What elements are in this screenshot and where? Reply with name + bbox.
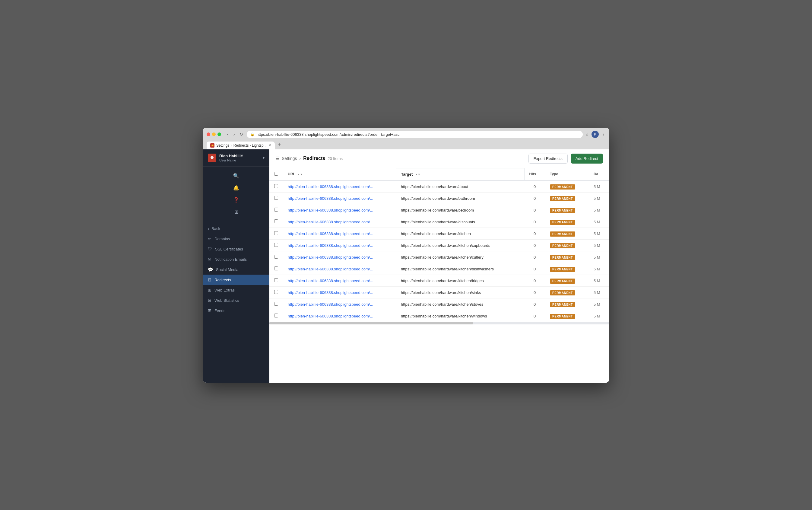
back-nav-button[interactable]: ‹ [226, 131, 230, 137]
row-checkbox-3[interactable] [274, 219, 278, 223]
select-all-checkbox[interactable] [274, 172, 278, 176]
url-cell: http://bien-habillie-606338.shoplightspe… [283, 299, 396, 310]
row-checkbox-1[interactable] [274, 196, 278, 200]
ssl-icon: 🛡 [208, 247, 212, 251]
browser-menu-icon[interactable]: ⋮ [601, 132, 605, 137]
url-column-header[interactable]: URL ▲▼ [283, 168, 396, 180]
feeds-icon: ⊞ [208, 308, 211, 313]
web-statistics-icon: ⊟ [208, 298, 211, 303]
url-sort-icon: ▲▼ [297, 173, 303, 176]
date-cell: 5 M [589, 263, 609, 275]
type-cell: PERMANENT [545, 299, 589, 310]
back-arrow-icon: ‹ [208, 227, 209, 231]
table-row[interactable]: http://bien-habillie-606338.shoplightspe… [269, 204, 609, 216]
reload-nav-button[interactable]: ↻ [238, 131, 244, 137]
address-bar[interactable]: 🔒 https://bien-habillie-606338.shoplight… [247, 131, 583, 138]
breadcrumb: ☰ Settings › Redirects 20 Items [275, 156, 343, 161]
type-cell: PERMANENT [545, 310, 589, 322]
url-cell: http://bien-habillie-606338.shoplightspe… [283, 263, 396, 275]
forward-nav-button[interactable]: › [232, 131, 236, 137]
sidebar-header: Bien Habillié User Name ▾ [203, 149, 269, 167]
row-checkbox-cell [269, 228, 283, 239]
row-checkbox-cell [269, 310, 283, 322]
new-tab-button[interactable]: + [275, 141, 283, 149]
type-cell: PERMANENT [545, 287, 589, 299]
row-checkbox-5[interactable] [274, 243, 278, 247]
row-checkbox-4[interactable] [274, 231, 278, 235]
table-row[interactable]: http://bien-habillie-606338.shoplightspe… [269, 263, 609, 275]
type-cell: PERMANENT [545, 239, 589, 251]
help-icon-btn[interactable]: ❓ [231, 194, 242, 205]
horizontal-scrollbar[interactable] [269, 322, 609, 324]
back-nav-item[interactable]: ‹ Back [203, 224, 269, 233]
date-cell: 5 M [589, 216, 609, 228]
web-extras-label: Web Extras [214, 288, 235, 292]
target-cell: https://bienhabille.com/hardware/discoun… [396, 216, 524, 228]
sidebar-item-feeds[interactable]: ⊞ Feeds [203, 305, 269, 316]
table-row[interactable]: http://bien-habillie-606338.shoplightspe… [269, 299, 609, 310]
type-badge: PERMANENT [550, 314, 575, 319]
domains-icon: ✏ [208, 236, 211, 241]
target-column-header[interactable]: Target ▲▼ [396, 168, 524, 180]
sidebar-item-notification-emails[interactable]: ✉ Notification Emails [203, 254, 269, 264]
table-row[interactable]: http://bien-habillie-606338.shoplightspe… [269, 193, 609, 204]
type-cell: PERMANENT [545, 228, 589, 239]
search-icon-btn[interactable]: 🔍 [231, 170, 242, 181]
redirects-table-container[interactable]: URL ▲▼ Target ▲▼ Hits Type [269, 168, 609, 382]
browser-window: ‹ › ↻ 🔒 https://bien-habillie-606338.sho… [203, 128, 609, 382]
hits-column-header: Hits [524, 168, 545, 180]
grid-icon-btn[interactable]: ⊞ [231, 206, 242, 217]
sidebar-item-redirects[interactable]: ⊡ Redirects [203, 275, 269, 285]
sidebar-item-web-extras[interactable]: ⊞ Web Extras [203, 285, 269, 295]
sidebar-toggle-icon[interactable]: ▾ [263, 156, 265, 160]
row-checkbox-9[interactable] [274, 290, 278, 294]
row-checkbox-7[interactable] [274, 266, 278, 271]
row-checkbox-11[interactable] [274, 314, 278, 317]
close-traffic-light[interactable] [207, 133, 210, 136]
select-all-header [269, 168, 283, 180]
table-row[interactable]: http://bien-habillie-606338.shoplightspe… [269, 180, 609, 193]
url-cell: http://bien-habillie-606338.shoplightspe… [283, 310, 396, 322]
url-cell: http://bien-habillie-606338.shoplightspe… [283, 287, 396, 299]
type-badge: PERMANENT [550, 267, 575, 272]
row-checkbox-0[interactable] [274, 184, 278, 188]
table-row[interactable]: http://bien-habillie-606338.shoplightspe… [269, 216, 609, 228]
profile-avatar[interactable]: K [592, 131, 599, 138]
target-sort-icon: ▲▼ [415, 173, 420, 176]
row-checkbox-10[interactable] [274, 302, 278, 306]
breadcrumb-settings-link[interactable]: Settings [282, 156, 297, 161]
table-row[interactable]: http://bien-habillie-606338.shoplightspe… [269, 239, 609, 251]
type-badge: PERMANENT [550, 220, 575, 225]
type-badge: PERMANENT [550, 243, 575, 248]
row-checkbox-8[interactable] [274, 278, 278, 282]
type-badge: PERMANENT [550, 290, 575, 295]
table-row[interactable]: http://bien-habillie-606338.shoplightspe… [269, 287, 609, 299]
row-checkbox-2[interactable] [274, 208, 278, 211]
row-checkbox-6[interactable] [274, 255, 278, 259]
export-redirects-button[interactable]: Export Redirects [529, 153, 568, 164]
domains-label: Domains [214, 236, 230, 241]
minimize-traffic-light[interactable] [212, 133, 216, 136]
active-tab[interactable]: ⚡ Settings » Redirects - Lightsp... ✕ [207, 142, 275, 149]
scrollbar-thumb [269, 322, 473, 324]
maximize-traffic-light[interactable] [217, 133, 221, 136]
url-column-label: URL [288, 172, 295, 176]
type-column-label: Type [550, 172, 558, 176]
sidebar-item-social-media[interactable]: 💬 Social Media [203, 264, 269, 275]
type-column-header: Type [545, 168, 589, 180]
table-row[interactable]: http://bien-habillie-606338.shoplightspe… [269, 228, 609, 239]
sidebar-item-web-statistics[interactable]: ⊟ Web Statistics [203, 295, 269, 305]
date-cell: 5 M [589, 251, 609, 263]
type-badge: PERMANENT [550, 231, 575, 236]
sidebar-item-ssl[interactable]: 🛡 SSL Certificates [203, 244, 269, 254]
tab-close-icon[interactable]: ✕ [268, 143, 271, 147]
table-row[interactable]: http://bien-habillie-606338.shoplightspe… [269, 310, 609, 322]
sidebar-item-domains[interactable]: ✏ Domains [203, 233, 269, 244]
bell-icon-btn[interactable]: 🔔 [231, 182, 242, 193]
table-row[interactable]: http://bien-habillie-606338.shoplightspe… [269, 251, 609, 263]
bookmark-icon[interactable]: ☆ [585, 132, 589, 137]
add-redirect-button[interactable]: Add Redirect [571, 153, 603, 164]
social-media-label: Social Media [216, 267, 238, 272]
traffic-lights [207, 133, 221, 136]
table-row[interactable]: http://bien-habillie-606338.shoplightspe… [269, 275, 609, 287]
